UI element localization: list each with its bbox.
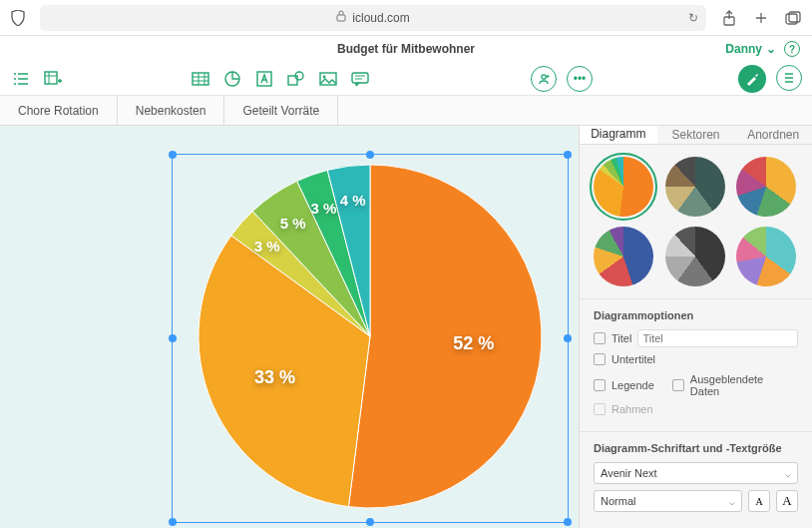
pie-slice-label: 5 %: [280, 215, 306, 232]
chart-style-thumb[interactable]: [665, 227, 725, 286]
document-title-bar: Budget für Mitbewohner Danny ⌄ ?: [0, 36, 812, 62]
subtitle-label: Untertitel: [611, 353, 655, 365]
sheet-tab[interactable]: Chore Rotation: [0, 96, 118, 125]
pie-slice[interactable]: [348, 165, 542, 508]
font-size-larger[interactable]: A: [776, 490, 798, 512]
canvas[interactable]: 52 %33 %3 %5 %3 %4 %: [0, 126, 579, 528]
chart-style-thumb[interactable]: [594, 227, 653, 286]
svg-rect-0: [337, 15, 345, 21]
resize-handle[interactable]: [169, 334, 177, 342]
pie-slice-label: 52 %: [453, 332, 494, 353]
format-inspector: Diagramm Sektoren Anordnen Diagrammoptio…: [579, 126, 812, 528]
font-size-smaller[interactable]: A: [748, 490, 770, 512]
browser-address-bar: icloud.com ↻: [0, 0, 812, 36]
title-checkbox[interactable]: [594, 332, 606, 344]
inspector-tab-diagram[interactable]: Diagramm: [580, 126, 657, 144]
insert-shape-icon[interactable]: [285, 68, 307, 90]
document-title: Budget für Mitbewohner: [337, 42, 475, 56]
help-icon[interactable]: ?: [784, 41, 800, 57]
insert-table-icon[interactable]: [190, 68, 211, 90]
list-view-icon[interactable]: [10, 68, 32, 90]
organize-icon[interactable]: [776, 65, 802, 91]
more-icon[interactable]: •••: [567, 66, 593, 92]
app-toolbar: •••: [0, 62, 812, 96]
svg-rect-12: [352, 73, 368, 83]
resize-handle[interactable]: [564, 151, 572, 159]
svg-rect-10: [320, 73, 336, 85]
svg-rect-4: [45, 72, 57, 84]
tabs-overview-icon[interactable]: [784, 9, 802, 27]
share-icon[interactable]: [720, 9, 738, 27]
inspector-tab-sectors[interactable]: Sektoren: [657, 126, 735, 144]
section-title: Diagrammoptionen: [594, 309, 798, 321]
chart-style-thumb[interactable]: [594, 157, 653, 217]
sheet-tab[interactable]: Nebenkosten: [118, 96, 225, 125]
inspector-tab-arrange[interactable]: Anordnen: [734, 126, 812, 144]
insert-chart-icon[interactable]: [221, 68, 243, 90]
chart-selection-box[interactable]: 52 %33 %3 %5 %3 %4 %: [172, 154, 569, 523]
svg-rect-5: [193, 73, 208, 85]
user-menu[interactable]: Danny ⌄: [725, 42, 776, 56]
resize-handle[interactable]: [564, 518, 572, 526]
chart-font-section: Diagramm-Schriftart und -Textgröße Aveni…: [580, 432, 812, 528]
url-text: icloud.com: [352, 11, 409, 25]
pie-slice-label: 3 %: [254, 238, 280, 255]
frame-label: Rahmen: [611, 403, 653, 415]
svg-point-11: [323, 75, 326, 78]
lock-icon: [336, 10, 346, 25]
reload-icon[interactable]: ↻: [688, 11, 698, 25]
chart-style-grid: [580, 145, 812, 299]
font-weight-select[interactable]: Normal: [594, 490, 742, 512]
collaborate-icon[interactable]: [531, 66, 557, 92]
svg-point-13: [542, 74, 546, 78]
url-field[interactable]: icloud.com ↻: [40, 5, 706, 31]
insert-media-icon[interactable]: [317, 68, 339, 90]
hidden-data-checkbox[interactable]: [672, 379, 684, 391]
chart-style-thumb[interactable]: [665, 157, 725, 217]
pie-slice-label: 3 %: [310, 199, 336, 216]
add-sheet-icon[interactable]: [42, 68, 64, 90]
resize-handle[interactable]: [564, 334, 572, 342]
font-family-select[interactable]: Avenir Next: [594, 462, 798, 484]
privacy-shield-icon[interactable]: [10, 10, 26, 26]
pie-slice-label: 4 %: [340, 192, 366, 209]
section-title: Diagramm-Schriftart und -Textgröße: [594, 442, 798, 454]
title-input[interactable]: [637, 329, 798, 347]
subtitle-checkbox[interactable]: [594, 353, 606, 365]
resize-handle[interactable]: [169, 518, 177, 526]
chevron-down-icon: ⌄: [766, 42, 776, 56]
resize-handle[interactable]: [169, 151, 177, 159]
sheet-tab-bar: Chore Rotation Nebenkosten Geteilt Vorrä…: [0, 96, 812, 126]
pie-slice-label: 33 %: [254, 367, 295, 388]
pie-chart[interactable]: 52 %33 %3 %5 %3 %4 %: [191, 157, 550, 520]
sheet-tab[interactable]: Geteilt Vorräte: [224, 96, 338, 125]
chart-options-section: Diagrammoptionen Titel Untertitel Legend…: [580, 299, 812, 432]
chart-style-thumb[interactable]: [736, 157, 796, 217]
legend-checkbox[interactable]: [594, 379, 606, 391]
insert-comment-icon[interactable]: [349, 68, 371, 90]
chart-style-thumb[interactable]: [736, 227, 796, 286]
format-brush-icon[interactable]: [738, 65, 766, 93]
insert-text-icon[interactable]: [253, 68, 275, 90]
new-tab-icon[interactable]: [752, 9, 770, 27]
title-label: Titel: [611, 332, 631, 344]
frame-checkbox[interactable]: [594, 403, 606, 415]
